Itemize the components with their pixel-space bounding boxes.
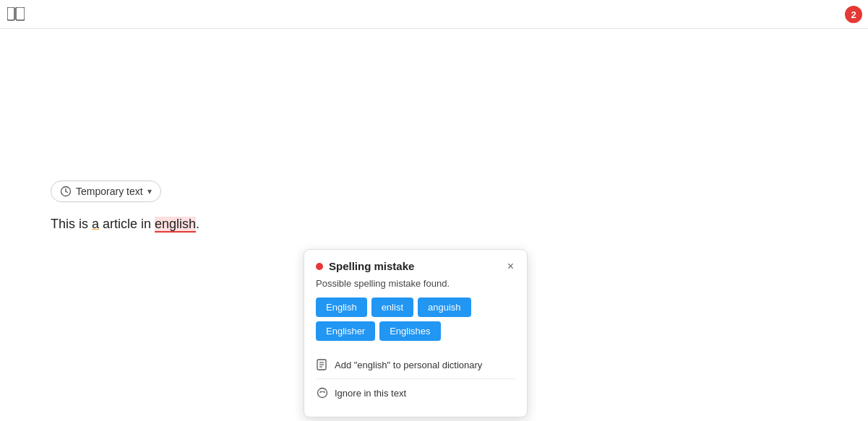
temporary-text-button[interactable]: Temporary text ▾ [51, 181, 161, 202]
spelling-popup: Spelling mistake × Possible spelling mis… [304, 249, 528, 417]
clock-icon [60, 186, 72, 197]
svg-line-4 [66, 191, 68, 193]
suggestion-enlist[interactable]: enlist [371, 298, 413, 317]
svg-point-11 [324, 391, 325, 392]
add-to-dictionary-label: Add "english" to personal dictionary [335, 360, 482, 370]
ignore-action[interactable]: Ignore in this text [316, 378, 515, 407]
suggestion-anguish[interactable]: anguish [418, 298, 471, 317]
top-bar [0, 0, 868, 29]
svg-rect-1 [16, 7, 25, 20]
popup-header: Spelling mistake × [316, 260, 515, 272]
suggestion-English[interactable]: English [316, 298, 367, 317]
temporary-text-label: Temporary text [76, 186, 143, 197]
notification-badge[interactable]: 2 [845, 6, 862, 23]
chevron-down-icon: ▾ [147, 186, 152, 196]
popup-title: Spelling mistake [329, 260, 414, 272]
text-middle: article in [99, 217, 155, 231]
text-before: This is [51, 217, 92, 231]
popup-title-row: Spelling mistake [316, 260, 414, 272]
add-to-dictionary-action[interactable]: Add "english" to personal dictionary [316, 351, 515, 378]
sidebar-toggle-button[interactable] [7, 7, 25, 22]
ignore-label: Ignore in this text [335, 388, 406, 399]
misspelled-word[interactable]: english [155, 217, 196, 233]
svg-point-9 [318, 389, 327, 398]
svg-rect-0 [7, 7, 14, 20]
text-after: . [196, 217, 199, 231]
suggestion-Englisher[interactable]: Englisher [316, 321, 375, 341]
svg-point-10 [320, 391, 322, 392]
suggestion-Englishes[interactable]: Englishes [379, 321, 440, 341]
spelling-indicator-dot [316, 263, 323, 270]
book-icon [316, 358, 329, 371]
popup-description: Possible spelling mistake found. [316, 278, 515, 289]
suggestions-container: English enlist anguish Englisher English… [316, 298, 515, 341]
ignore-icon [316, 386, 329, 399]
popup-close-button[interactable]: × [506, 261, 515, 272]
article-text: This is a article in english. [51, 217, 839, 232]
grammar-word: a [92, 217, 99, 231]
